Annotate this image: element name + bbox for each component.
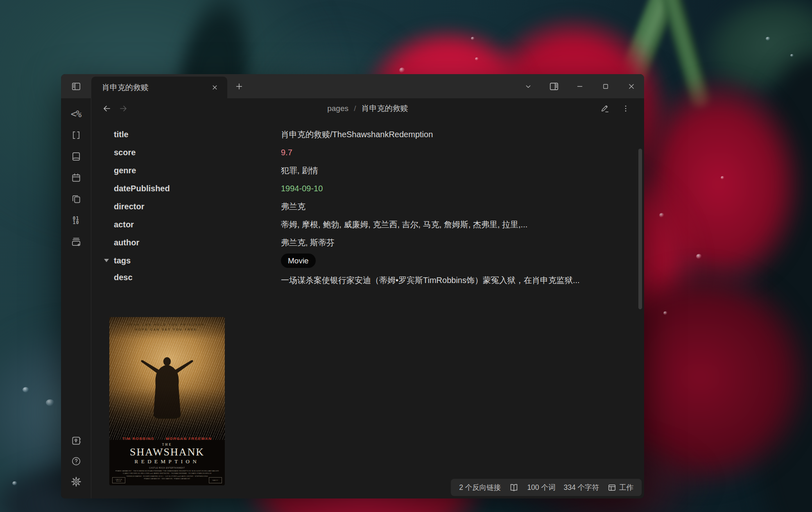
collapse-caret-icon[interactable] xyxy=(104,259,109,262)
dock-bottom-group xyxy=(61,430,91,498)
vertical-scrollbar-thumb[interactable] xyxy=(638,149,642,309)
poster-studio-line: CASTLE ROCK ENTERTAINMENT xyxy=(109,467,225,469)
left-panel-icon xyxy=(71,81,81,92)
close-icon xyxy=(627,82,636,91)
back-button[interactable] xyxy=(102,104,112,113)
attribute-key[interactable]: genre xyxy=(114,166,281,175)
tag-chip-movie[interactable]: Movie xyxy=(281,254,316,268)
attribute-row-author[interactable]: author 弗兰克, 斯蒂芬 xyxy=(91,233,644,251)
edit-mode-button[interactable] xyxy=(600,104,610,113)
attribute-row-score[interactable]: score 9.7 xyxy=(91,143,644,161)
toggle-right-dock-button[interactable] xyxy=(541,74,567,98)
titlebar: 肖申克的救赎 xyxy=(61,74,644,98)
arrow-right-icon xyxy=(118,104,128,113)
editor-area: pages / 肖申克的救赎 xyxy=(91,98,644,498)
poster-credits: FRANK DARABONT · TIM ROBBINS MORGAN FREE… xyxy=(113,470,221,480)
left-dock: <% xyxy=(61,98,91,498)
attribute-value[interactable]: 蒂姆, 摩根, 鲍勃, 威廉姆, 克兰西, 吉尔, 马克, 詹姆斯, 杰弗里, … xyxy=(281,219,527,230)
more-options-button[interactable] xyxy=(621,104,630,113)
poster-text-block: TIM ROBBINS MORGAN FREEMAN THE SHAWSHANK… xyxy=(109,435,225,485)
workspace-icon xyxy=(607,483,617,492)
poster-actor-names: TIM ROBBINS MORGAN FREEMAN xyxy=(109,436,225,441)
nav-arrows xyxy=(102,104,128,113)
water-drop xyxy=(46,399,54,406)
dock-calendar-button[interactable] xyxy=(61,167,91,188)
char-count: 334 个字符 xyxy=(563,483,599,492)
dock-collection-button[interactable] xyxy=(61,231,91,252)
dock-settings-button[interactable] xyxy=(61,471,91,492)
card-add-icon xyxy=(71,236,81,247)
attribute-value[interactable]: 1994-09-10 xyxy=(281,184,323,193)
poster-image[interactable]: FEAR CAN HOLD YOU PRISONER. HOPE CAN SET… xyxy=(109,317,225,485)
dock-vault-button[interactable] xyxy=(61,430,91,451)
attribute-row-desc[interactable]: desc 一场谋杀案使银行家安迪（蒂姆•罗宾斯TimRobbins饰）蒙冤入狱，… xyxy=(91,270,644,294)
water-drop xyxy=(475,57,479,61)
dock-book-button[interactable] xyxy=(61,146,91,167)
arrow-left-icon xyxy=(102,104,112,113)
attribute-key[interactable]: actor xyxy=(114,220,281,229)
attribute-row-datepublished[interactable]: datePublished 1994-09-10 xyxy=(91,179,644,197)
attribute-value[interactable]: 一场谋杀案使银行家安迪（蒂姆•罗宾斯TimRobbins饰）蒙冤入狱，在肖申克监… xyxy=(281,273,617,288)
attribute-key[interactable]: author xyxy=(114,238,281,247)
attribute-value[interactable]: 肖申克的救赎/TheShawshankRedemption xyxy=(281,129,433,140)
attribute-row-tags[interactable]: tags Movie xyxy=(91,251,644,270)
attribute-row-genre[interactable]: genre 犯罪, 剧情 xyxy=(91,161,644,179)
maximize-icon xyxy=(601,82,610,91)
attribute-value: Movie xyxy=(281,254,316,268)
water-drop xyxy=(721,176,724,179)
water-drop xyxy=(696,254,702,259)
dock-help-button[interactable] xyxy=(61,451,91,471)
attribute-key[interactable]: desc xyxy=(114,273,281,282)
poster-title-sub: REDEMPTION xyxy=(109,458,225,465)
attribute-key[interactable]: title xyxy=(114,130,281,139)
attribute-value[interactable]: 9.7 xyxy=(281,148,292,157)
attribute-row-director[interactable]: director 弗兰克 xyxy=(91,197,644,215)
attribute-key[interactable]: datePublished xyxy=(114,184,281,193)
dock-copies-button[interactable] xyxy=(61,188,91,210)
toggle-left-dock-button[interactable] xyxy=(61,74,91,98)
attribute-value[interactable]: 弗兰克, 斯蒂芬 xyxy=(281,237,335,248)
attribute-row-actor[interactable]: actor 蒂姆, 摩根, 鲍勃, 威廉姆, 克兰西, 吉尔, 马克, 詹姆斯,… xyxy=(91,215,644,233)
breadcrumb-current[interactable]: 肖申克的救赎 xyxy=(362,104,408,113)
breadcrumb: pages / 肖申克的救赎 xyxy=(327,103,408,114)
tab-list-dropdown-button[interactable] xyxy=(515,74,541,98)
open-book-icon xyxy=(509,483,519,492)
window-controls xyxy=(515,74,644,98)
attribute-value[interactable]: 弗兰克 xyxy=(281,201,305,212)
breadcrumb-separator: / xyxy=(354,104,356,113)
attribute-key[interactable]: tags xyxy=(114,256,281,265)
dock-binary-button[interactable]: 0110 xyxy=(61,210,91,231)
copies-icon xyxy=(71,194,81,204)
attribute-key[interactable]: score xyxy=(114,148,281,157)
dock-template-button[interactable]: <% xyxy=(61,103,91,125)
maximize-button[interactable] xyxy=(593,74,618,98)
water-drop xyxy=(663,311,667,315)
water-drop xyxy=(23,387,29,392)
attribute-key[interactable]: director xyxy=(114,202,281,211)
tab-close-button[interactable] xyxy=(208,81,222,95)
water-drop xyxy=(659,213,664,217)
word-count-group xyxy=(509,483,519,492)
attribute-value[interactable]: 犯罪, 剧情 xyxy=(281,165,318,176)
new-tab-button[interactable] xyxy=(227,74,251,98)
backlinks-counter[interactable]: 2 个反向链接 xyxy=(459,483,501,492)
attribute-row-title[interactable]: title 肖申克的救赎/TheShawshankRedemption xyxy=(91,125,644,143)
tab-title: 肖申克的救赎 xyxy=(102,82,208,93)
titlebar-drag-area[interactable] xyxy=(251,74,515,98)
poster-logo-left: CASTLE ROCK xyxy=(112,477,125,483)
forward-button[interactable] xyxy=(118,104,128,113)
close-window-button[interactable] xyxy=(618,74,644,98)
dock-brackets-button[interactable] xyxy=(61,125,91,146)
breadcrumb-parent[interactable]: pages xyxy=(327,104,348,113)
attribute-table: title 肖申克的救赎/TheShawshankRedemption scor… xyxy=(91,125,644,294)
workspace-switcher[interactable]: 工作 xyxy=(607,483,633,492)
attribute-key-label: tags xyxy=(114,256,131,265)
template-icon: <% xyxy=(71,109,81,119)
poster-logo-right: SAVOY xyxy=(209,477,222,483)
water-drop xyxy=(471,37,475,40)
minimize-button[interactable] xyxy=(567,74,593,98)
word-count: 100 个词 xyxy=(527,483,555,492)
safe-lock-icon xyxy=(71,435,81,446)
close-icon xyxy=(211,84,218,91)
tab-shawshank[interactable]: 肖申克的救赎 xyxy=(91,77,227,98)
